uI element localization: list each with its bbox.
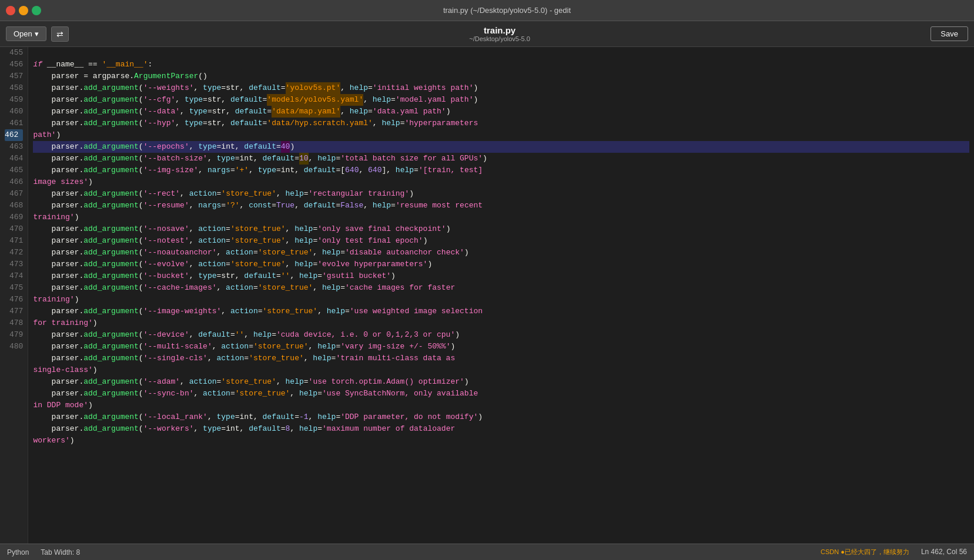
code-line-470: parser.add_argument('--evolve', action='… (33, 259, 969, 270)
language-indicator: Python (7, 548, 29, 556)
code-line-478: parser.add_argument('--sync-bn', action=… (33, 388, 969, 400)
line-num-476: 476 (5, 294, 23, 306)
code-line-472: parser.add_argument('--cache-images', ac… (33, 282, 969, 294)
code-editor: 455 456 457 458 459 460 461 462 463 464 … (0, 47, 974, 544)
window-title: train.py (~/Desktop/yolov5-5.0) - gedit (46, 6, 968, 15)
code-line-474: parser.add_argument('--device', default=… (33, 329, 969, 341)
code-line-466b: training') (33, 212, 969, 223)
code-line-461b: path') (33, 129, 969, 141)
tab-width-indicator: Tab Width: 8 (41, 548, 80, 556)
open-button[interactable]: Open ▾ (6, 26, 46, 41)
file-path: ~/Desktop/yolov5-5.0 (73, 35, 926, 42)
line-num-466: 466 (5, 176, 23, 188)
code-line-478b: in DDP mode') (33, 400, 969, 411)
code-line-473b: for training') (33, 317, 969, 329)
code-line-469: parser.add_argument('--noautoanchor', ac… (33, 247, 969, 259)
open-label: Open (14, 29, 32, 38)
line-num-458: 458 (5, 82, 23, 94)
line-num-479: 479 (5, 329, 23, 341)
close-button[interactable] (6, 6, 15, 15)
line-num-475: 475 (5, 282, 23, 294)
code-line-471: parser.add_argument('--bucket', type=str… (33, 270, 969, 282)
code-line-476: parser.add_argument('--single-cls', acti… (33, 353, 969, 364)
code-line-464: parser.add_argument('--img-size', nargs=… (33, 165, 969, 176)
code-line-461: parser.add_argument('--hyp', type=str, d… (33, 118, 969, 129)
line-num-459: 459 (5, 94, 23, 106)
recent-files-button[interactable]: ⇄ (51, 26, 69, 42)
line-num-457: 457 (5, 71, 23, 82)
statusbar: Python Tab Width: 8 CSDN ●已经大四了，继续努力 Ln … (0, 544, 974, 560)
line-num-469: 469 (5, 212, 23, 223)
code-line-480b: workers') (33, 435, 969, 447)
toolbar: Open ▾ ⇄ train.py ~/Desktop/yolov5-5.0 S… (0, 21, 974, 47)
line-numbers: 455 456 457 458 459 460 461 462 463 464 … (0, 47, 28, 544)
line-num-471: 471 (5, 235, 23, 247)
line-num-473: 473 (5, 259, 23, 270)
line-num-472: 472 (5, 247, 23, 259)
line-num-478: 478 (5, 317, 23, 329)
code-text[interactable]: if __name__ == '__main__': parser = argp… (28, 47, 974, 544)
code-line-472b: training') (33, 294, 969, 306)
file-name: train.py (73, 25, 926, 35)
line-num-474: 474 (5, 270, 23, 282)
open-arrow: ▾ (35, 29, 39, 38)
csdn-badge: CSDN ●已经大四了，继续努力 (821, 548, 909, 556)
line-num-463: 463 (5, 141, 23, 153)
file-info: train.py ~/Desktop/yolov5-5.0 (73, 25, 926, 42)
code-line-473: parser.add_argument('--image-weights', a… (33, 306, 969, 317)
code-line-457: parser = argparse.ArgumentParser() (33, 71, 969, 82)
code-line-479: parser.add_argument('--local_rank', type… (33, 411, 969, 423)
code-line-465: parser.add_argument('--rect', action='st… (33, 188, 969, 200)
line-num-465: 465 (5, 165, 23, 176)
code-line-476b: single-class') (33, 364, 969, 376)
maximize-button[interactable] (32, 6, 41, 15)
cursor-position: Ln 462, Col 56 (921, 548, 967, 556)
code-line-477: parser.add_argument('--adam', action='st… (33, 376, 969, 388)
line-num-455: 455 (5, 47, 23, 59)
titlebar: train.py (~/Desktop/yolov5-5.0) - gedit (0, 0, 974, 21)
line-num-480: 480 (5, 341, 23, 353)
code-line-460: parser.add_argument('--data', type=str, … (33, 106, 969, 118)
code-line-480: parser.add_argument('--workers', type=in… (33, 423, 969, 435)
code-line-464b: image sizes') (33, 176, 969, 188)
code-line-458: parser.add_argument('--weights', type=st… (33, 82, 969, 94)
line-num-467: 467 (5, 188, 23, 200)
line-num-460: 460 (5, 106, 23, 118)
line-num-464: 464 (5, 153, 23, 165)
code-line-467: parser.add_argument('--nosave', action='… (33, 223, 969, 235)
line-num-461: 461 (5, 118, 23, 129)
code-line-468: parser.add_argument('--notest', action='… (33, 235, 969, 247)
window-controls (6, 6, 41, 15)
line-num-468: 468 (5, 200, 23, 212)
code-line-475: parser.add_argument('--multi-scale', act… (33, 341, 969, 353)
status-right: CSDN ●已经大四了，继续努力 Ln 462, Col 56 (821, 548, 967, 556)
line-num-456: 456 (5, 59, 23, 71)
line-num-470: 470 (5, 223, 23, 235)
minimize-button[interactable] (19, 6, 28, 15)
code-line-456: if __name__ == '__main__': (33, 59, 969, 71)
save-button[interactable]: Save (931, 26, 968, 41)
code-line-466: parser.add_argument('--resume', nargs='?… (33, 200, 969, 212)
line-num-477: 477 (5, 306, 23, 317)
code-line-463: parser.add_argument('--batch-size', type… (33, 153, 969, 165)
code-line-459: parser.add_argument('--cfg', type=str, d… (33, 94, 969, 106)
code-line-462: parser.add_argument('--epochs', type=int… (33, 141, 969, 153)
code-line-455 (33, 47, 969, 59)
line-num-462: 462 (5, 129, 23, 141)
